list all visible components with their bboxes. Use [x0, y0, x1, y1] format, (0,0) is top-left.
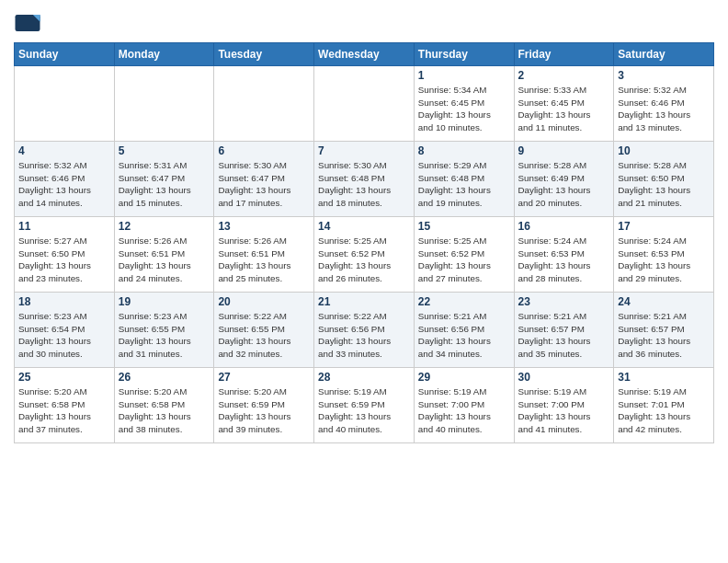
calendar-cell: 9Sunrise: 5:28 AM Sunset: 6:49 PM Daylig…: [514, 142, 614, 217]
day-info: Sunrise: 5:20 AM Sunset: 6:58 PM Dayligh…: [119, 385, 210, 436]
calendar-cell: 29Sunrise: 5:19 AM Sunset: 7:00 PM Dayli…: [414, 368, 514, 443]
day-info: Sunrise: 5:25 AM Sunset: 6:52 PM Dayligh…: [418, 235, 510, 285]
calendar-week-5: 25Sunrise: 5:20 AM Sunset: 6:58 PM Dayli…: [15, 368, 714, 443]
calendar-cell: 2Sunrise: 5:33 AM Sunset: 6:45 PM Daylig…: [514, 66, 614, 142]
day-info: Sunrise: 5:28 AM Sunset: 6:49 PM Dayligh…: [518, 159, 610, 210]
day-number: 8: [418, 144, 510, 157]
calendar-cell: [214, 66, 314, 142]
day-number: 1: [418, 69, 510, 82]
day-number: 26: [119, 371, 210, 384]
day-info: Sunrise: 5:23 AM Sunset: 6:55 PM Dayligh…: [119, 310, 210, 361]
day-number: 27: [218, 371, 310, 384]
day-info: Sunrise: 5:20 AM Sunset: 6:59 PM Dayligh…: [218, 385, 310, 436]
day-info: Sunrise: 5:30 AM Sunset: 6:48 PM Dayligh…: [318, 159, 410, 210]
calendar-cell: [15, 66, 115, 142]
day-number: 10: [618, 144, 710, 157]
weekday-header-monday: Monday: [114, 43, 214, 66]
day-info: Sunrise: 5:21 AM Sunset: 6:56 PM Dayligh…: [418, 310, 510, 361]
day-info: Sunrise: 5:32 AM Sunset: 6:46 PM Dayligh…: [18, 159, 110, 210]
day-info: Sunrise: 5:29 AM Sunset: 6:48 PM Dayligh…: [418, 159, 510, 210]
day-info: Sunrise: 5:24 AM Sunset: 6:53 PM Dayligh…: [518, 235, 610, 285]
calendar-week-1: 1Sunrise: 5:34 AM Sunset: 6:45 PM Daylig…: [15, 66, 714, 142]
calendar-cell: 11Sunrise: 5:27 AM Sunset: 6:50 PM Dayli…: [15, 217, 115, 293]
day-info: Sunrise: 5:34 AM Sunset: 6:45 PM Dayligh…: [418, 84, 510, 134]
day-info: Sunrise: 5:19 AM Sunset: 7:00 PM Dayligh…: [518, 385, 610, 436]
day-info: Sunrise: 5:19 AM Sunset: 7:00 PM Dayligh…: [418, 385, 510, 436]
calendar-cell: 24Sunrise: 5:21 AM Sunset: 6:57 PM Dayli…: [614, 293, 714, 368]
weekday-header-thursday: Thursday: [414, 43, 514, 66]
weekday-header-tuesday: Tuesday: [214, 43, 314, 66]
calendar-cell: 7Sunrise: 5:30 AM Sunset: 6:48 PM Daylig…: [314, 142, 415, 217]
day-number: 24: [618, 295, 710, 308]
logo-icon: [14, 9, 41, 37]
day-number: 9: [518, 144, 610, 157]
day-number: 18: [18, 295, 110, 308]
day-info: Sunrise: 5:23 AM Sunset: 6:54 PM Dayligh…: [18, 310, 110, 361]
day-number: 6: [218, 144, 310, 157]
day-number: 25: [18, 371, 110, 384]
calendar-cell: 15Sunrise: 5:25 AM Sunset: 6:52 PM Dayli…: [414, 217, 514, 293]
weekday-header-wednesday: Wednesday: [314, 43, 415, 66]
day-number: 3: [618, 69, 710, 82]
day-info: Sunrise: 5:30 AM Sunset: 6:47 PM Dayligh…: [218, 159, 310, 210]
calendar-cell: 13Sunrise: 5:26 AM Sunset: 6:51 PM Dayli…: [214, 217, 314, 293]
calendar-cell: 28Sunrise: 5:19 AM Sunset: 6:59 PM Dayli…: [314, 368, 415, 443]
calendar-cell: 19Sunrise: 5:23 AM Sunset: 6:55 PM Dayli…: [114, 293, 214, 368]
day-info: Sunrise: 5:26 AM Sunset: 6:51 PM Dayligh…: [218, 235, 310, 285]
day-number: 13: [218, 220, 310, 233]
day-number: 2: [518, 69, 610, 82]
day-number: 5: [119, 144, 210, 157]
calendar-cell: [114, 66, 214, 142]
calendar-week-2: 4Sunrise: 5:32 AM Sunset: 6:46 PM Daylig…: [15, 142, 714, 217]
calendar-cell: 17Sunrise: 5:24 AM Sunset: 6:53 PM Dayli…: [614, 217, 714, 293]
calendar-cell: 5Sunrise: 5:31 AM Sunset: 6:47 PM Daylig…: [114, 142, 214, 217]
day-number: 22: [418, 295, 510, 308]
day-info: Sunrise: 5:24 AM Sunset: 6:53 PM Dayligh…: [618, 235, 710, 285]
weekday-header-friday: Friday: [514, 43, 614, 66]
day-info: Sunrise: 5:22 AM Sunset: 6:56 PM Dayligh…: [318, 310, 410, 361]
calendar-cell: 25Sunrise: 5:20 AM Sunset: 6:58 PM Dayli…: [15, 368, 115, 443]
calendar-cell: 30Sunrise: 5:19 AM Sunset: 7:00 PM Dayli…: [514, 368, 614, 443]
calendar-cell: 14Sunrise: 5:25 AM Sunset: 6:52 PM Dayli…: [314, 217, 415, 293]
day-number: 28: [318, 371, 410, 384]
weekday-header-sunday: Sunday: [15, 43, 115, 66]
day-number: 23: [518, 295, 610, 308]
day-info: Sunrise: 5:21 AM Sunset: 6:57 PM Dayligh…: [618, 310, 710, 361]
day-info: Sunrise: 5:27 AM Sunset: 6:50 PM Dayligh…: [18, 235, 110, 285]
day-number: 14: [318, 220, 410, 233]
day-info: Sunrise: 5:26 AM Sunset: 6:51 PM Dayligh…: [119, 235, 210, 285]
day-number: 16: [518, 220, 610, 233]
calendar-cell: 18Sunrise: 5:23 AM Sunset: 6:54 PM Dayli…: [15, 293, 115, 368]
day-info: Sunrise: 5:25 AM Sunset: 6:52 PM Dayligh…: [318, 235, 410, 285]
day-info: Sunrise: 5:20 AM Sunset: 6:58 PM Dayligh…: [18, 385, 110, 436]
calendar-week-3: 11Sunrise: 5:27 AM Sunset: 6:50 PM Dayli…: [15, 217, 714, 293]
calendar-cell: 4Sunrise: 5:32 AM Sunset: 6:46 PM Daylig…: [15, 142, 115, 217]
day-number: 30: [518, 371, 610, 384]
calendar-cell: 26Sunrise: 5:20 AM Sunset: 6:58 PM Dayli…: [114, 368, 214, 443]
logo: [14, 9, 45, 37]
calendar-cell: 12Sunrise: 5:26 AM Sunset: 6:51 PM Dayli…: [114, 217, 214, 293]
day-number: 11: [18, 220, 110, 233]
calendar-cell: [314, 66, 415, 142]
calendar-cell: 21Sunrise: 5:22 AM Sunset: 6:56 PM Dayli…: [314, 293, 415, 368]
calendar-cell: 1Sunrise: 5:34 AM Sunset: 6:45 PM Daylig…: [414, 66, 514, 142]
calendar-week-4: 18Sunrise: 5:23 AM Sunset: 6:54 PM Dayli…: [15, 293, 714, 368]
day-number: 15: [418, 220, 510, 233]
calendar-cell: 22Sunrise: 5:21 AM Sunset: 6:56 PM Dayli…: [414, 293, 514, 368]
day-info: Sunrise: 5:21 AM Sunset: 6:57 PM Dayligh…: [518, 310, 610, 361]
day-info: Sunrise: 5:28 AM Sunset: 6:50 PM Dayligh…: [618, 159, 710, 210]
day-number: 20: [218, 295, 310, 308]
calendar-cell: 27Sunrise: 5:20 AM Sunset: 6:59 PM Dayli…: [214, 368, 314, 443]
day-number: 29: [418, 371, 510, 384]
day-number: 12: [119, 220, 210, 233]
day-number: 21: [318, 295, 410, 308]
day-info: Sunrise: 5:19 AM Sunset: 7:01 PM Dayligh…: [618, 385, 710, 436]
day-info: Sunrise: 5:19 AM Sunset: 6:59 PM Dayligh…: [318, 385, 410, 436]
calendar-cell: 8Sunrise: 5:29 AM Sunset: 6:48 PM Daylig…: [414, 142, 514, 217]
day-info: Sunrise: 5:31 AM Sunset: 6:47 PM Dayligh…: [119, 159, 210, 210]
page-header: [14, 9, 714, 37]
calendar-table: SundayMondayTuesdayWednesdayThursdayFrid…: [14, 42, 714, 443]
day-number: 7: [318, 144, 410, 157]
calendar-cell: 31Sunrise: 5:19 AM Sunset: 7:01 PM Dayli…: [614, 368, 714, 443]
calendar-cell: 3Sunrise: 5:32 AM Sunset: 6:46 PM Daylig…: [614, 66, 714, 142]
